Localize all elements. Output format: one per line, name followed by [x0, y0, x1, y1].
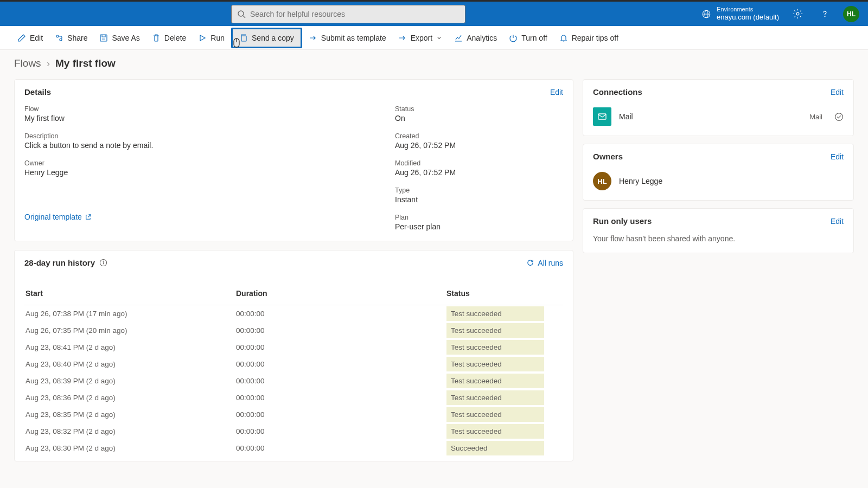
run-start: Aug 23, 08:30 PM (2 d ago) — [24, 444, 236, 452]
breadcrumb-root[interactable]: Flows — [14, 57, 41, 69]
run-start: Aug 23, 08:41 PM (2 d ago) — [24, 343, 236, 351]
owner-value: Henry Legge — [24, 168, 373, 177]
col-duration[interactable]: Duration — [236, 289, 446, 298]
run-button[interactable]: Run — [193, 30, 230, 46]
copy-icon — [239, 34, 248, 42]
table-row[interactable]: Aug 26, 07:38 PM (17 min ago)00:00:00Tes… — [24, 305, 563, 322]
svg-point-7 — [56, 35, 59, 37]
plan-value: Per-user plan — [395, 222, 563, 231]
run-start: Aug 23, 08:35 PM (2 d ago) — [24, 410, 236, 419]
owner-item[interactable]: HL Henry Legge — [583, 166, 853, 200]
submit-template-button[interactable]: Submit as template — [303, 30, 392, 46]
run-start: Aug 26, 07:35 PM (20 min ago) — [24, 326, 236, 335]
share-button[interactable]: Share — [49, 30, 93, 46]
export-button[interactable]: Export — [393, 30, 448, 46]
connection-type: Mail — [809, 113, 822, 121]
help-button[interactable] — [816, 5, 833, 23]
search-box[interactable] — [231, 5, 465, 23]
owner-label: Owner — [24, 159, 373, 167]
run-duration: 00:00:00 — [236, 410, 446, 419]
connections-edit-link[interactable]: Edit — [831, 88, 844, 97]
runonly-edit-link[interactable]: Edit — [831, 217, 844, 226]
modified-label: Modified — [395, 159, 563, 167]
flow-value: My first flow — [24, 114, 373, 123]
connection-name: Mail — [619, 112, 802, 121]
table-row[interactable]: Aug 23, 08:30 PM (2 d ago)00:00:00Succee… — [24, 440, 563, 457]
run-start: Aug 26, 07:38 PM (17 min ago) — [24, 310, 236, 318]
plan-label: Plan — [395, 214, 563, 221]
created-label: Created — [395, 132, 563, 140]
details-edit-link[interactable]: Edit — [550, 88, 563, 97]
chevron-down-icon — [436, 35, 442, 41]
table-row[interactable]: Aug 23, 08:35 PM (2 d ago)00:00:00Test s… — [24, 406, 563, 423]
type-value: Instant — [395, 195, 563, 204]
play-icon — [198, 34, 207, 42]
svg-rect-14 — [598, 114, 606, 119]
help-icon — [820, 9, 830, 19]
run-status: Test succeeded — [446, 424, 544, 439]
analytics-button[interactable]: Analytics — [449, 30, 502, 46]
search-input[interactable] — [250, 10, 459, 18]
run-start: Aug 23, 08:32 PM (2 d ago) — [24, 427, 236, 435]
delete-button[interactable]: Delete — [146, 30, 192, 46]
repair-button[interactable]: Repair tips off — [554, 30, 624, 46]
modified-value: Aug 26, 07:52 PM — [395, 168, 563, 177]
history-title: 28-day run history — [24, 258, 95, 267]
run-status: Test succeeded — [446, 306, 544, 321]
run-status: Test succeeded — [446, 357, 544, 371]
svg-point-8 — [60, 38, 62, 41]
trash-icon — [152, 34, 161, 42]
status-label: Status — [395, 105, 563, 113]
desc-label: Description — [24, 132, 373, 140]
info-icon[interactable] — [99, 259, 107, 267]
chevron-right-icon: › — [47, 57, 50, 69]
all-runs-link[interactable]: All runs — [526, 259, 563, 267]
run-status: Test succeeded — [446, 407, 544, 422]
environment-icon — [701, 9, 711, 19]
table-row[interactable]: Aug 23, 08:40 PM (2 d ago)00:00:00Test s… — [24, 356, 563, 373]
run-status: Test succeeded — [446, 390, 544, 405]
environment-picker[interactable]: Environments enayu.com (default) — [701, 6, 779, 22]
table-row[interactable]: Aug 23, 08:39 PM (2 d ago)00:00:00Test s… — [24, 373, 563, 389]
external-link-icon — [85, 214, 92, 221]
saveas-button[interactable]: Save As — [94, 30, 145, 46]
submit-icon — [309, 34, 317, 42]
svg-rect-10 — [241, 36, 246, 41]
owners-edit-link[interactable]: Edit — [831, 152, 844, 161]
turnoff-button[interactable]: Turn off — [503, 30, 552, 46]
col-start[interactable]: Start — [24, 289, 236, 298]
connections-title: Connections — [593, 87, 642, 97]
run-duration: 00:00:00 — [236, 310, 446, 318]
run-start: Aug 23, 08:40 PM (2 d ago) — [24, 360, 236, 368]
user-avatar[interactable]: HL — [843, 6, 859, 22]
pencil-icon — [17, 34, 26, 42]
power-icon — [509, 34, 518, 42]
run-status: Test succeeded — [446, 340, 544, 355]
send-copy-button[interactable]: Send a copy — [231, 28, 302, 48]
original-template-link[interactable]: Original template — [24, 213, 373, 221]
save-icon — [99, 34, 108, 42]
run-duration: 00:00:00 — [236, 394, 446, 402]
status-value: On — [395, 114, 563, 123]
gear-icon — [793, 9, 803, 19]
run-duration: 00:00:00 — [236, 427, 446, 435]
table-row[interactable]: Aug 23, 08:41 PM (2 d ago)00:00:00Test s… — [24, 339, 563, 356]
run-start: Aug 23, 08:36 PM (2 d ago) — [24, 394, 236, 402]
history-table: Start Duration Status Aug 26, 07:38 PM (… — [15, 273, 573, 461]
run-status: Succeeded — [446, 441, 544, 455]
connection-item[interactable]: Mail Mail — [583, 102, 853, 136]
table-row[interactable]: Aug 26, 07:35 PM (20 min ago)00:00:00Tes… — [24, 322, 563, 339]
edit-button[interactable]: Edit — [12, 30, 48, 46]
col-status[interactable]: Status — [446, 289, 563, 298]
app-topbar: Environments enayu.com (default) HL — [0, 0, 868, 26]
settings-button[interactable] — [789, 5, 806, 23]
run-duration: 00:00:00 — [236, 377, 446, 385]
search-icon — [237, 10, 246, 18]
run-duration: 00:00:00 — [236, 360, 446, 368]
svg-point-0 — [238, 11, 244, 16]
breadcrumb: Flows › My first flow — [0, 50, 868, 74]
table-row[interactable]: Aug 23, 08:32 PM (2 d ago)00:00:00Test s… — [24, 423, 563, 440]
table-row[interactable]: Aug 23, 08:36 PM (2 d ago)00:00:00Test s… — [24, 389, 563, 406]
environment-name: enayu.com (default) — [717, 13, 779, 22]
mail-icon — [593, 107, 611, 126]
